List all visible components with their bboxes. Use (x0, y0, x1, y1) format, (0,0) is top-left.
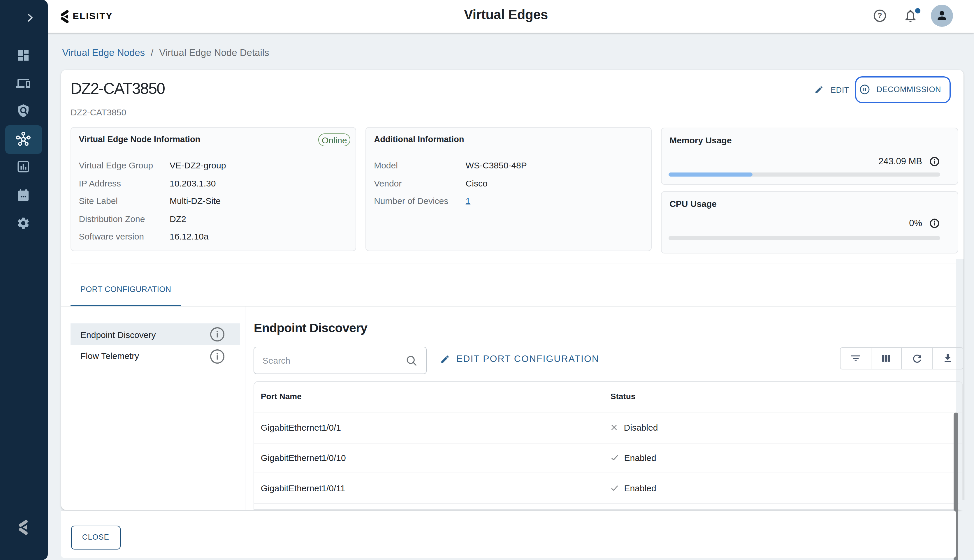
svg-text:?: ? (877, 11, 882, 19)
